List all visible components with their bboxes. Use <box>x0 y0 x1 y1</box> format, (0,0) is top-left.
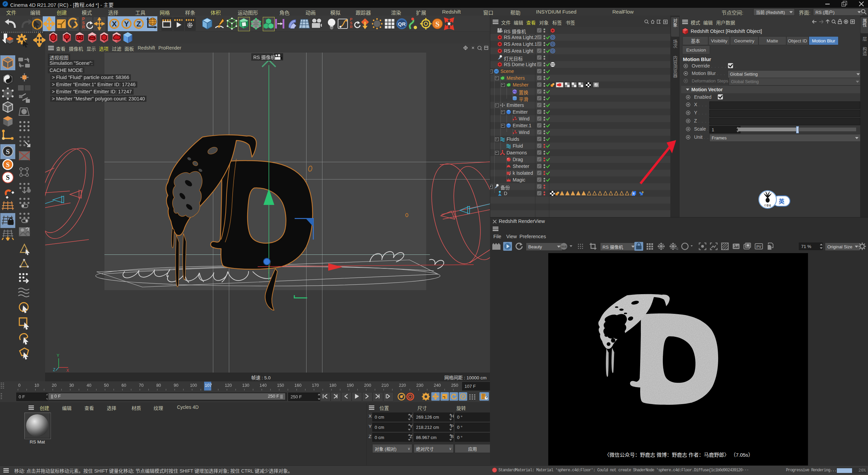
svg-text:S: S <box>435 20 439 28</box>
svg-text:PV: PV <box>756 245 762 249</box>
svg-text:Y: Y <box>124 20 129 28</box>
svg-text:S: S <box>6 161 10 168</box>
svg-text:S: S <box>6 148 10 156</box>
svg-text:Z: Z <box>136 20 141 28</box>
svg-text:P: P <box>462 395 464 399</box>
svg-text:Z: Z <box>53 367 55 372</box>
svg-text:S: S <box>6 174 9 181</box>
svg-text:QR: QR <box>398 21 406 27</box>
svg-text:行春者: 行春者 <box>764 204 771 207</box>
svg-text:X: X <box>66 368 69 373</box>
svg-text:〈微信公众号：野鹿志 微博：野鹿志 作者：马鹿野郎〉 （: 〈微信公众号：野鹿志 微博：野鹿志 作者：马鹿野郎〉 （7.05s） <box>604 452 753 458</box>
svg-text:RS 摄像机: RS 摄像机 <box>253 55 275 60</box>
svg-text:G: G <box>676 247 678 250</box>
svg-text:RGB: RGB <box>561 245 567 249</box>
svg-text:英: 英 <box>779 198 785 205</box>
svg-text:X: X <box>112 20 117 28</box>
svg-text:Y: Y <box>57 353 59 358</box>
